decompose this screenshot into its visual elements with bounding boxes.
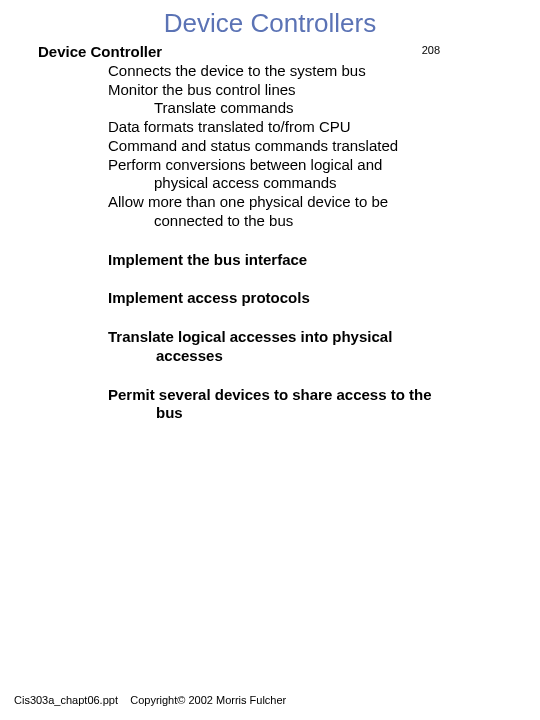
footer-copyright: Copyright© 2002 Morris Fulcher [130, 694, 286, 706]
body-line: Data formats translated to/from CPU [108, 118, 540, 137]
page-number: 208 [422, 44, 440, 56]
body-line: Allow more than one physical device to b… [108, 193, 540, 212]
bold-section: Implement the bus interface Implement ac… [108, 251, 540, 424]
bold-line: Implement the bus interface [108, 251, 540, 270]
section-heading: Device Controller [38, 43, 540, 62]
bold-line: Implement access protocols [108, 289, 540, 308]
body-line: Command and status commands translated [108, 137, 540, 156]
content-block: Device Controller Connects the device to… [38, 43, 540, 231]
footer-file: Cis303a_chapt06.ppt [14, 694, 118, 706]
bold-subline: accesses [156, 347, 540, 366]
bold-line: Translate logical accesses into physical [108, 328, 540, 347]
footer: Cis303a_chapt06.ppt Copyright© 2002 Morr… [14, 694, 286, 706]
body-subline: Translate commands [154, 99, 540, 118]
body-line: Monitor the bus control lines [108, 81, 540, 100]
bold-subline: bus [156, 404, 540, 423]
body-line: Connects the device to the system bus [108, 62, 540, 81]
body-subline: physical access commands [154, 174, 540, 193]
body-line: Perform conversions between logical and [108, 156, 540, 175]
slide-title: Device Controllers [0, 8, 540, 39]
bold-line: Permit several devices to share access t… [108, 386, 540, 405]
body-subline: connected to the bus [154, 212, 540, 231]
